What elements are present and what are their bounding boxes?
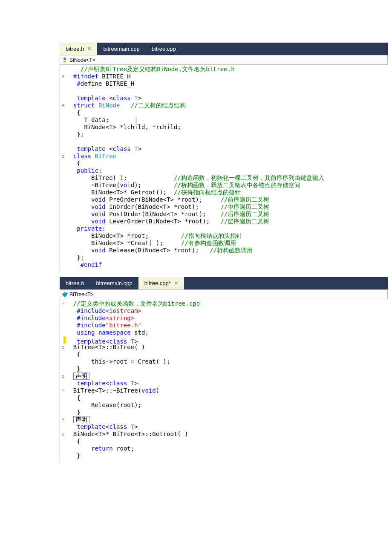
fold-gutter [60,80,66,87]
code-line: T data; | [60,116,388,124]
code-line: ⊞ 声明 [60,416,388,423]
code-text: BiNode<T> *root; //指向根结点的头指针 [66,232,388,240]
navigator-text-1: BiNode<T> [69,57,95,63]
code-text: { [66,109,388,116]
fold-closed-icon[interactable]: ⊞ [60,416,66,423]
code-text: { [66,394,388,402]
code-line: { [60,438,388,445]
fold-open-icon[interactable]: ⊟ [60,431,66,438]
fold-gutter [60,189,66,196]
fold-gutter [60,240,66,247]
fold-gutter [60,351,66,358]
code-line: void LeverOrder(BiNode<T> *root); //层序遍历… [60,218,388,225]
tab-label: bitree.cpp* [144,280,171,286]
code-text: return root; [66,445,388,452]
close-icon[interactable]: ✕ [87,46,91,52]
code-line: ⊟ struct BiNode //二叉树的结点结构 [60,102,388,109]
fold-gutter [60,247,66,254]
code-text: template<class T> [66,336,388,344]
code-text: void InOrder(BiNode<T> *root); //中序遍历二叉树 [66,203,388,211]
fold-open-icon[interactable]: ⊟ [60,153,66,160]
fold-gutter [60,225,66,232]
code-text: //声明类BiTree及定义结构BiNode,文件名为bitree.h [66,66,388,73]
code-text: //定义类中的成员函数，文件名为bitree.cpp [66,300,388,307]
fold-gutter [60,394,66,402]
code-text: public: [66,167,388,174]
fold-gutter [60,138,66,145]
fold-gutter [60,307,66,315]
code-line [60,87,388,95]
code-text: }; [66,254,388,261]
code-text: } [66,365,388,373]
code-text: Release(root); [66,402,388,409]
fold-open-icon[interactable]: ⊟ [60,102,66,109]
code-line: ⊟ #ifndef BITREE_H [60,73,388,80]
code-line: ⊟ //定义类中的成员函数，文件名为bitree.cpp [60,300,388,307]
code-text: void LeverOrder(BiNode<T> *root); //层序遍历… [66,218,388,225]
code-line: Release(root); [60,402,388,409]
fold-gutter [60,365,66,373]
tab-bitree-h[interactable]: bitree.h✕ [60,43,97,55]
code-text: template<class T> [66,380,388,387]
navigator-bar-1[interactable]: BiNode<T> [60,55,388,65]
fold-gutter [60,87,66,95]
code-area-2[interactable]: ⊟ //定义类中的成员函数，文件名为bitree.cpp #include<io… [60,299,388,462]
code-text [66,138,388,145]
struct-icon [62,57,68,63]
code-text: BiNode<T>* Getroot(); //获得指向根结点的指针 [66,189,388,196]
tab-bitreemain-cpp[interactable]: bitreemain.cpp [97,43,145,55]
tab-bitree-cpp-[interactable]: bitree.cpp*✕ [138,277,184,289]
code-text: #ifndef BITREE_H [66,73,388,80]
code-line: { [60,394,388,402]
code-line: BiNode<T> *Creat( ); //有参构造函数调用 [60,240,388,247]
code-line: #define BITREE_H [60,80,388,87]
code-line: BiTree( ); //构造函数，初始化一棵二叉树，其前序序列由键盘输入 [60,174,388,182]
code-text: } [66,409,388,416]
code-text: #define BITREE_H [66,80,388,87]
code-line [60,138,388,145]
fold-gutter [60,196,66,203]
fold-open-icon[interactable]: ⊟ [60,387,66,394]
collapsed-region[interactable]: 声明 [73,416,89,423]
tab-bitree-cpp[interactable]: bitree.cpp [146,43,182,55]
code-text: void PostOrder(BiNode<T> *root); //后序遍历二… [66,211,388,218]
fold-gutter [60,380,66,387]
code-area-1[interactable]: //声明类BiTree及定义结构BiNode,文件名为bitree.h⊟ #if… [60,65,388,271]
code-line: void Release(BiNode<T> *root); //析构函数调用 [60,247,388,254]
fold-gutter [60,445,66,452]
close-icon[interactable]: ✕ [174,280,178,286]
fold-gutter [60,95,66,102]
code-text: template <class T> [66,145,388,153]
code-line: private: [60,225,388,232]
fold-open-icon[interactable]: ⊟ [60,300,66,307]
fold-gutter [60,211,66,218]
code-line: ⊟ BiNode<T>* BiTree<T>::Getroot( ) [60,431,388,438]
fold-closed-icon[interactable]: ⊞ [60,373,66,380]
fold-gutter [60,254,66,261]
fold-open-icon[interactable]: ⊟ [60,344,66,351]
code-line: this->root = Creat( ); [60,358,388,365]
code-line: } [60,365,388,373]
fold-gutter [60,329,66,336]
code-text: BiNode<T> *lchild, *rchild; [66,124,388,131]
code-line: { [60,160,388,167]
code-text: { [66,438,388,445]
code-line: }; [60,131,388,138]
navigator-bar-2[interactable]: BiTree<T> [60,289,388,299]
fold-gutter [60,218,66,225]
tab-bitree-h[interactable]: bitree.h [60,277,90,289]
code-text: BiTree<T>::~BiTree(void) [66,387,388,394]
code-text: #include"bitree.h" [66,322,388,329]
code-line: return root; [60,445,388,452]
tab-bitreemain-cpp[interactable]: bitreemain.cpp [90,277,138,289]
fold-gutter [60,322,66,329]
fold-open-icon[interactable]: ⊟ [60,73,66,80]
collapsed-region[interactable]: 声明 [73,373,89,380]
code-line: BiNode<T> *lchild, *rchild; [60,124,388,131]
fold-gutter [60,167,66,174]
code-line: public: [60,167,388,174]
fold-gutter [60,452,66,460]
fold-gutter [60,409,66,416]
tab-bar-1: bitree.h✕bitreemain.cppbitree.cpp [60,43,388,55]
code-text: { [66,160,388,167]
